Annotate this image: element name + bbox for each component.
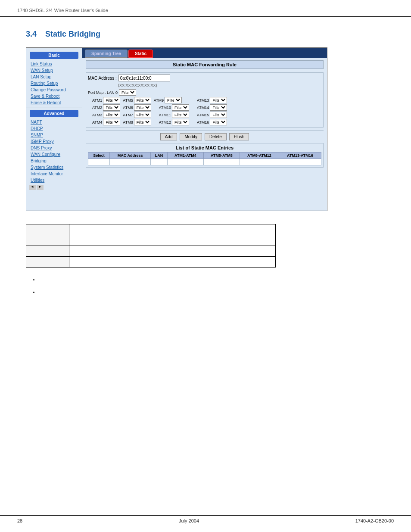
col-atm1-4: ATM1-ATM4 bbox=[167, 152, 203, 159]
atm3-select[interactable]: FilterForward bbox=[103, 112, 120, 118]
lan-select[interactable]: Filter Forward bbox=[119, 89, 136, 96]
col-atm13-16: ATM13-ATM16 bbox=[279, 152, 321, 159]
atm12-label: ATM12 bbox=[159, 120, 171, 124]
footer-date: July 2004 bbox=[179, 518, 199, 523]
port-map-lan-row: Port Map : LAN 0 Filter Forward bbox=[88, 89, 321, 96]
atm-col-13-16: ATM13 FilterForward ATM14 FilterForward … bbox=[192, 97, 227, 125]
atm15-label: ATM15 bbox=[197, 113, 209, 117]
col-lan: LAN bbox=[151, 152, 168, 159]
atm13-select[interactable]: FilterForward bbox=[210, 97, 227, 103]
atm8-select[interactable]: FilterForward bbox=[134, 119, 151, 125]
atm9-select[interactable]: FilterForward bbox=[165, 97, 182, 103]
atm10-label: ATM10 bbox=[159, 106, 171, 110]
sidebar-link-sysstat[interactable]: System Statistics bbox=[26, 164, 82, 171]
tabs-row: Spanning Tree Static bbox=[82, 48, 327, 58]
atm14-select[interactable]: FilterForward bbox=[210, 104, 227, 111]
atm1-select[interactable]: FilterForward bbox=[103, 97, 120, 103]
sidebar-link-password[interactable]: Change Password bbox=[26, 87, 82, 93]
desc-row-1 bbox=[26, 224, 276, 235]
sidebar-link-dhcp[interactable]: DHCP bbox=[26, 125, 82, 132]
scroll-left-btn[interactable]: ◄ bbox=[29, 185, 36, 190]
atm14-label: ATM14 bbox=[197, 106, 209, 110]
flush-button[interactable]: Flush bbox=[229, 133, 249, 140]
atm11-label: ATM11 bbox=[159, 113, 171, 117]
atm7-label: ATM7 bbox=[123, 113, 133, 117]
basic-button[interactable]: Basic bbox=[30, 52, 78, 59]
sidebar-link-dns[interactable]: DNS Proxy bbox=[26, 145, 82, 151]
bullet-item-2 bbox=[39, 289, 385, 295]
header-title: 1740 SHDSL 2/4-Wire Router User's Guide bbox=[17, 8, 108, 13]
desc-row-3 bbox=[26, 246, 276, 257]
mac-address-row: MAC Address : bbox=[88, 75, 321, 81]
desc-row-2 bbox=[26, 235, 276, 246]
sidebar-link-wan-config[interactable]: WAN Configure bbox=[26, 151, 82, 158]
bullet-list bbox=[26, 276, 385, 296]
sidebar-link-utilities[interactable]: Utilities bbox=[26, 177, 82, 184]
atm6-label: ATM6 bbox=[123, 106, 133, 110]
sidebar-link-snmp[interactable]: SNMP bbox=[26, 132, 82, 138]
sidebar-divider bbox=[26, 108, 82, 108]
page-header: 1740 SHDSL 2/4-Wire Router User's Guide bbox=[0, 0, 411, 17]
col-atm5-8: ATM5-ATM8 bbox=[203, 152, 240, 159]
buttons-row: Add Modify Delete Flush bbox=[86, 130, 324, 143]
atm4-select[interactable]: FilterForward bbox=[103, 119, 120, 125]
add-button[interactable]: Add bbox=[160, 133, 177, 140]
list-area: List of Static MAC Entries Select MAC Ad… bbox=[86, 143, 324, 168]
section-title: Static Bridging bbox=[45, 30, 100, 39]
bullet-item-1 bbox=[39, 276, 385, 283]
atm16-label: ATM16 bbox=[197, 120, 209, 124]
atm11-select[interactable]: FilterForward bbox=[172, 112, 189, 118]
router-ui: Basic Link Status WAN Setup LAN Setup Ro… bbox=[26, 47, 327, 211]
mac-address-input[interactable] bbox=[118, 75, 170, 81]
atm4-label: ATM4 bbox=[92, 120, 102, 124]
page-content: 3.4 Static Bridging Basic Link Status WA… bbox=[0, 17, 411, 311]
col-mac: MAC Address bbox=[110, 152, 151, 159]
sidebar-link-status[interactable]: Link Status bbox=[26, 61, 82, 67]
sidebar-link-routing[interactable]: Routing Setup bbox=[26, 80, 82, 87]
sidebar-link-lan[interactable]: LAN Setup bbox=[26, 74, 82, 80]
atm13-label: ATM13 bbox=[197, 98, 209, 103]
form-area: MAC Address : (XX:XX:XX:XX:XX:XX) Port M… bbox=[86, 72, 324, 128]
list-title: List of Static MAC Entries bbox=[88, 145, 321, 150]
atm15-select[interactable]: FilterForward bbox=[210, 112, 227, 118]
main-panel: Spanning Tree Static Static MAC Forwardi… bbox=[82, 48, 327, 211]
mac-entries-table: Select MAC Address LAN ATM1-ATM4 ATM5-AT… bbox=[88, 152, 321, 165]
page-footer: 28 July 2004 1740-A2-GB20-00 bbox=[0, 515, 411, 523]
col-atm9-12: ATM9-ATM12 bbox=[240, 152, 279, 159]
atm9-label: ATM9 bbox=[154, 98, 164, 103]
sidebar-link-wan[interactable]: WAN Setup bbox=[26, 67, 82, 74]
sidebar-link-napt[interactable]: NAPT bbox=[26, 119, 82, 125]
atm12-select[interactable]: FilterForward bbox=[172, 119, 189, 125]
atm-col-9-12: ATM9 FilterForward ATM10 FilterForward A… bbox=[154, 97, 189, 125]
footer-page: 28 bbox=[17, 518, 22, 523]
port-map-label: Port Map : LAN 0 bbox=[88, 90, 118, 95]
sidebar-link-erase[interactable]: Erase & Reboot bbox=[26, 100, 82, 106]
atm8-label: ATM8 bbox=[123, 120, 133, 124]
section-heading: 3.4 Static Bridging bbox=[26, 30, 385, 39]
section-number: 3.4 bbox=[26, 30, 37, 39]
sidebar-link-ifmon[interactable]: Interface Monitor bbox=[26, 171, 82, 177]
atm6-select[interactable]: FilterForward bbox=[134, 104, 151, 111]
atm2-select[interactable]: FilterForward bbox=[103, 104, 120, 111]
tab-spanning-tree[interactable]: Spanning Tree bbox=[85, 50, 128, 58]
desc-table bbox=[26, 224, 276, 268]
atm5-select[interactable]: FilterForward bbox=[134, 97, 151, 103]
delete-button[interactable]: Delete bbox=[205, 133, 227, 140]
advanced-button[interactable]: Advanced bbox=[30, 110, 78, 117]
sidebar-link-bridging[interactable]: Bridging bbox=[26, 158, 82, 164]
footer-docid: 1740-A2-GB20-00 bbox=[355, 518, 394, 523]
tab-static[interactable]: Static bbox=[128, 50, 153, 58]
atm7-select[interactable]: FilterForward bbox=[134, 112, 151, 118]
mac-hint-row: (XX:XX:XX:XX:XX:XX) bbox=[88, 83, 321, 87]
atm-col-1-4: ATM1 FilterForward ATM2 FilterForward AT… bbox=[92, 97, 120, 125]
scroll-right-btn[interactable]: ► bbox=[37, 185, 44, 190]
form-title: Static MAC Forwarding Rule bbox=[86, 60, 324, 69]
sidebar-link-save[interactable]: Save & Reboot bbox=[26, 93, 82, 100]
modify-button[interactable]: Modify bbox=[180, 133, 202, 140]
atm3-label: ATM3 bbox=[92, 113, 102, 117]
atm2-label: ATM2 bbox=[92, 106, 102, 110]
mac-address-label: MAC Address : bbox=[88, 76, 117, 81]
atm16-select[interactable]: FilterForward bbox=[210, 119, 227, 125]
sidebar-link-igmp[interactable]: IGMP Proxy bbox=[26, 138, 82, 145]
atm10-select[interactable]: FilterForward bbox=[172, 104, 189, 111]
